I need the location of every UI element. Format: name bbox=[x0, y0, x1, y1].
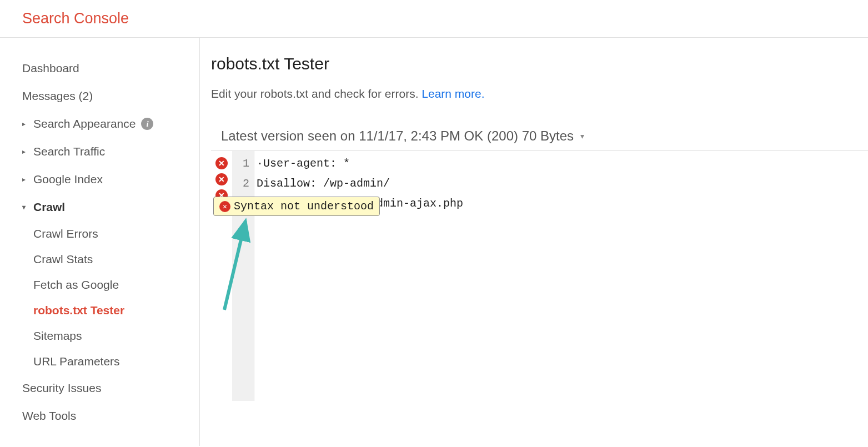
sidebar-subitem-url-parameters[interactable]: URL Parameters bbox=[22, 349, 188, 374]
info-icon: i bbox=[141, 118, 153, 130]
robots-editor[interactable]: ✕ ✕ ✕ 1 2 3 ·User-agent: * Disallow: /wp… bbox=[211, 150, 868, 401]
app-title: Search Console bbox=[22, 10, 846, 27]
subtitle-text: Edit your robots.txt and check for error… bbox=[211, 87, 422, 100]
sidebar-subitem-crawl-errors[interactable]: Crawl Errors bbox=[22, 221, 188, 247]
sidebar-item-google-index[interactable]: Google Index bbox=[22, 165, 188, 193]
sidebar-label: Search Appearance bbox=[33, 117, 136, 130]
learn-more-link[interactable]: Learn more. bbox=[422, 87, 484, 100]
line-gutter: 1 2 3 bbox=[232, 151, 254, 401]
line-number: 2 bbox=[232, 174, 254, 194]
sidebar-item-security-issues[interactable]: Security Issues bbox=[22, 374, 188, 402]
sidebar-item-search-appearance[interactable]: Search Appearance i bbox=[22, 110, 188, 138]
sidebar-subitem-crawl-stats[interactable]: Crawl Stats bbox=[22, 247, 188, 272]
main-container: Dashboard Messages (2) Search Appearance… bbox=[0, 38, 868, 446]
syntax-error-tooltip: ✕ Syntax not understood bbox=[213, 197, 380, 216]
error-column: ✕ ✕ ✕ bbox=[211, 151, 232, 401]
sidebar: Dashboard Messages (2) Search Appearance… bbox=[0, 38, 200, 446]
sidebar-item-web-tools[interactable]: Web Tools bbox=[22, 402, 188, 430]
app-header: Search Console bbox=[0, 0, 868, 38]
error-icon[interactable]: ✕ bbox=[215, 157, 228, 169]
sidebar-item-dashboard[interactable]: Dashboard bbox=[22, 54, 188, 82]
version-text: Latest version seen on 11/1/17, 2:43 PM … bbox=[221, 128, 574, 144]
sidebar-subitem-robots-tester[interactable]: robots.txt Tester bbox=[22, 298, 188, 323]
chevron-down-icon: ▾ bbox=[580, 132, 584, 140]
line-number: 1 bbox=[232, 154, 254, 174]
page-title: robots.txt Tester bbox=[211, 54, 868, 73]
sidebar-item-search-traffic[interactable]: Search Traffic bbox=[22, 138, 188, 165]
sidebar-subitem-sitemaps[interactable]: Sitemaps bbox=[22, 323, 188, 349]
sidebar-item-messages[interactable]: Messages (2) bbox=[22, 82, 188, 110]
sidebar-subitem-fetch-as-google[interactable]: Fetch as Google bbox=[22, 272, 188, 298]
error-icon[interactable]: ✕ bbox=[215, 173, 228, 185]
code-line[interactable]: Disallow: /wp-admin/ bbox=[254, 174, 868, 194]
version-dropdown[interactable]: Latest version seen on 11/1/17, 2:43 PM … bbox=[211, 128, 868, 144]
main-content: robots.txt Tester Edit your robots.txt a… bbox=[200, 38, 868, 446]
error-icon: ✕ bbox=[219, 201, 230, 212]
sidebar-item-crawl[interactable]: Crawl bbox=[22, 193, 188, 221]
page-subtitle: Edit your robots.txt and check for error… bbox=[211, 87, 868, 101]
code-line[interactable]: ·User-agent: * bbox=[254, 154, 868, 174]
code-area[interactable]: ·User-agent: * Disallow: /wp-admin/ Allo… bbox=[254, 151, 868, 401]
tooltip-text: Syntax not understood bbox=[234, 200, 374, 213]
